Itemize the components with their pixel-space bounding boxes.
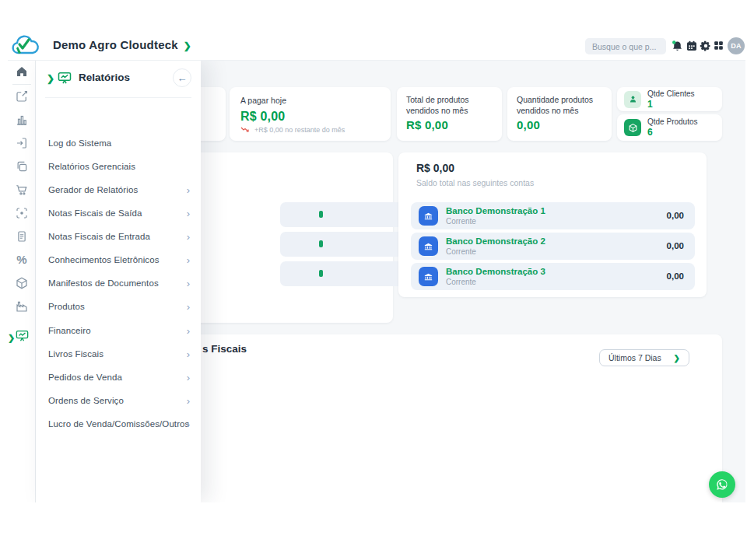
card-title: A pagar hoje [240,96,380,107]
accounts-total: R$ 0,00 [416,162,454,174]
settings-gear-icon[interactable] [700,40,713,53]
bank-account-type: Corrente [446,217,476,226]
reports-board-icon[interactable] [15,328,29,342]
menu-item-notas-fiscais-de-entrada[interactable]: Notas Fiscais de Entrada [36,226,201,247]
top-header: Demo Agro Cloudteck DA [8,31,745,61]
icon-sidebar: % ❯ [8,61,36,502]
percent-icon[interactable]: % [15,253,29,267]
filter-button-label: Últimos 7 Dias [608,353,661,362]
menu-item-pedidos-de-venda[interactable]: Pedidos de Venda [36,366,201,388]
card-quantidade-produtos: Quantidade produtos vendidos no mês 0,00 [507,87,612,141]
cloudteck-logo[interactable] [9,33,40,59]
card-value: R$ 0,00 [406,118,493,131]
rail-divider [12,84,31,85]
sign-in-icon[interactable] [15,136,29,150]
card-qtde-produtos: Qtde Produtos 6 [617,114,722,141]
notification-bell-icon[interactable] [671,40,684,53]
card-title: Total de produtos vendidos no mês [406,95,493,116]
menu-item-notas-fiscais-de-saida[interactable]: Notas Fiscais de Saída [36,202,201,224]
card-title: Qtde Clientes [647,89,695,98]
notas-fiscais-heading: s Fiscais [202,343,247,355]
calendar-icon[interactable] [686,40,699,53]
whatsapp-button[interactable] [709,471,735,498]
menu-item-log-do-sistema[interactable]: Log do Sistema [36,132,201,154]
bank-icon [419,267,438,286]
bank-balance: 0,00 [667,211,684,220]
bank-icon [419,236,438,256]
accounts-subtitle: Saldo total nas seguintes contas [416,178,534,187]
card-qtde-clientes: Qtde Clientes 1 [617,87,722,111]
global-search-input[interactable] [585,38,666,54]
bank-account-type: Corrente [446,247,476,256]
menu-item-relatorios-gerenciais[interactable]: Relatórios Gerenciais [36,156,201,177]
menu-item-livros-fiscais[interactable]: Livros Fiscais [36,343,201,365]
bank-name: Banco Demonstração 2 [446,236,545,246]
copy-icon[interactable] [15,159,29,173]
bank-name: Banco Demonstração 3 [446,267,545,276]
bank-balance: 0,00 [667,271,684,281]
menu-title: Relatórios [79,72,130,83]
cube-icon[interactable] [15,276,29,290]
home-icon[interactable] [15,65,29,79]
cart-icon[interactable] [15,183,29,197]
compose-icon[interactable] [15,89,29,103]
menu-item-gerador-de-relatorios[interactable]: Gerador de Relatórios [36,179,201,201]
menu-item-manifestos-de-documentos[interactable]: Manifestos de Documentos [36,272,201,294]
bar-chart-icon[interactable] [15,113,29,127]
menu-item-lucro-de-venda[interactable]: Lucro de Venda/Comissões/Outros [36,413,201,435]
app-title[interactable]: Demo Agro Cloudteck [53,38,191,51]
activity-label-fragment [319,211,323,218]
card-total-produtos: Total de produtos vendidos no mês R$ 0,0… [397,87,502,141]
products-cube-icon [624,119,641,136]
menu-item-produtos[interactable]: Produtos [36,296,201,317]
collapse-menu-button[interactable]: ← [173,68,191,87]
document-icon[interactable] [15,229,29,243]
bank-account-type: Corrente [446,278,476,286]
menu-item-conhecimentos-eletronicos[interactable]: Conhecimentos Eletrônicos [36,249,201,271]
apps-grid-icon[interactable] [713,40,726,53]
bank-icon [419,206,438,226]
card-note: +R$ 0,00 no restante do mês [254,126,345,134]
relatorios-flyout-menu: ❯ Relatórios ← Log do Sistema Relatórios… [36,61,201,502]
menu-item-financeiro[interactable]: Financeiro [36,320,201,341]
bank-account-row[interactable]: Banco Demonstração 2 Corrente 0,00 [411,233,695,260]
ultimos-7-dias-button[interactable]: Últimos 7 Dias [599,349,689,366]
bank-name: Banco Demonstração 1 [446,206,545,215]
card-value: 6 [647,127,697,138]
menu-item-ordens-de-servico[interactable]: Ordens de Serviço [36,390,201,411]
clients-person-icon [624,91,641,108]
activity-label-fragment [319,270,323,277]
factory-icon[interactable] [15,299,29,313]
card-value: R$ 0,00 [240,110,380,124]
trend-down-icon [240,127,251,133]
bank-balance: 0,00 [667,241,684,250]
bank-account-row[interactable]: Banco Demonstração 3 Corrente 0,00 [411,263,695,290]
menu-chevron-icon: ❯ [47,73,54,84]
reports-board-icon [57,70,72,86]
scan-icon[interactable] [15,206,29,220]
active-rail-chevron-icon: ❯ [8,333,15,343]
card-title: Quantidade produtos vendidos no mês [517,95,602,116]
card-a-pagar-hoje: A pagar hoje R$ 0,00 +R$ 0,00 no restant… [230,87,391,141]
menu-divider [45,97,191,98]
card-title: Qtde Produtos [647,117,697,126]
activity-label-fragment [319,240,323,247]
app-window: A pagar hoje R$ 0,00 +R$ 0,00 no restant… [8,31,745,502]
user-avatar[interactable]: DA [728,37,745,54]
card-bank-accounts: R$ 0,00 Saldo total nas seguintes contas… [398,152,707,297]
card-value: 1 [647,99,695,110]
bank-account-row[interactable]: Banco Demonstração 1 Corrente 0,00 [411,202,695,229]
card-value: 0,00 [517,118,602,131]
